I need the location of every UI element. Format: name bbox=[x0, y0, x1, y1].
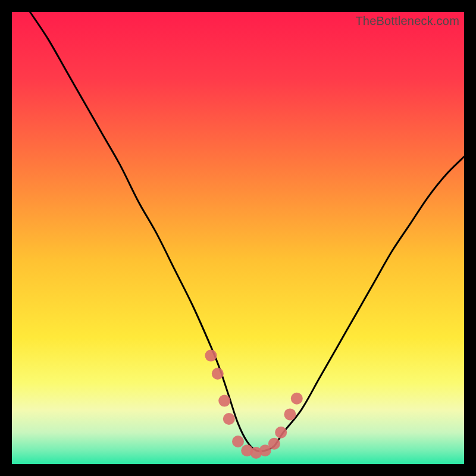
curve-marker bbox=[205, 350, 217, 362]
curve-marker bbox=[284, 408, 296, 420]
chart-frame: TheBottleneck.com bbox=[12, 12, 464, 464]
curve-marker bbox=[268, 438, 280, 450]
chart-plot bbox=[12, 12, 464, 464]
curve-marker bbox=[291, 393, 303, 405]
bottleneck-curve bbox=[30, 12, 464, 452]
curve-marker bbox=[212, 368, 224, 380]
curve-marker bbox=[275, 427, 287, 439]
curve-marker bbox=[232, 436, 244, 447]
curve-marker bbox=[218, 395, 230, 407]
curve-marker bbox=[223, 413, 235, 425]
